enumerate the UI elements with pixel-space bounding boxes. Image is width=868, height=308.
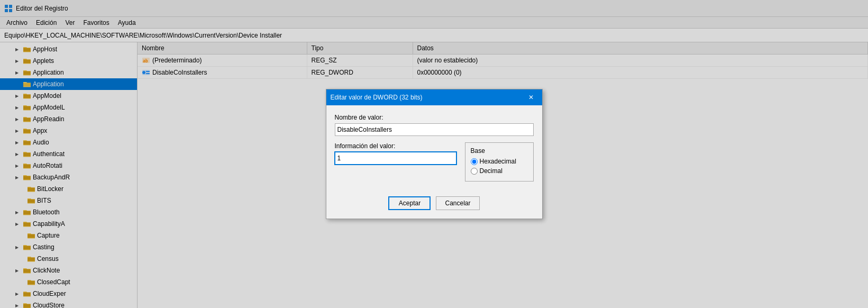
- radio-dec-label[interactable]: Decimal: [471, 167, 528, 175]
- name-label: Nombre de valor:: [335, 114, 534, 121]
- dialog-title: Editar valor de DWORD (32 bits): [331, 94, 524, 101]
- cancel-button[interactable]: Cancelar: [436, 196, 479, 210]
- dialog-content: Nombre de valor: Información del valor: …: [326, 105, 542, 190]
- radio-hex[interactable]: [471, 158, 478, 165]
- dialog-titlebar: Editar valor de DWORD (32 bits) ✕: [326, 89, 542, 105]
- value-label: Información del valor:: [335, 142, 456, 150]
- dialog-row: Información del valor: Base Hexadecimal …: [335, 142, 534, 182]
- dialog-close-button[interactable]: ✕: [524, 92, 538, 103]
- radio-hex-label[interactable]: Hexadecimal: [471, 158, 528, 165]
- radio-dec[interactable]: [471, 168, 478, 175]
- radio-hex-text: Hexadecimal: [480, 158, 516, 165]
- base-section: Base Hexadecimal Decimal: [465, 142, 534, 182]
- dialog: Editar valor de DWORD (32 bits) ✕ Nombre…: [326, 89, 543, 219]
- radio-dec-text: Decimal: [480, 167, 502, 175]
- base-title: Base: [471, 147, 528, 155]
- name-input[interactable]: [335, 123, 534, 136]
- modal-overlay: Editar valor de DWORD (32 bits) ✕ Nombre…: [0, 0, 868, 308]
- dialog-buttons: Aceptar Cancelar: [326, 190, 542, 219]
- ok-button[interactable]: Aceptar: [388, 196, 431, 210]
- value-input-section: Información del valor:: [335, 142, 456, 165]
- value-input[interactable]: [335, 152, 456, 165]
